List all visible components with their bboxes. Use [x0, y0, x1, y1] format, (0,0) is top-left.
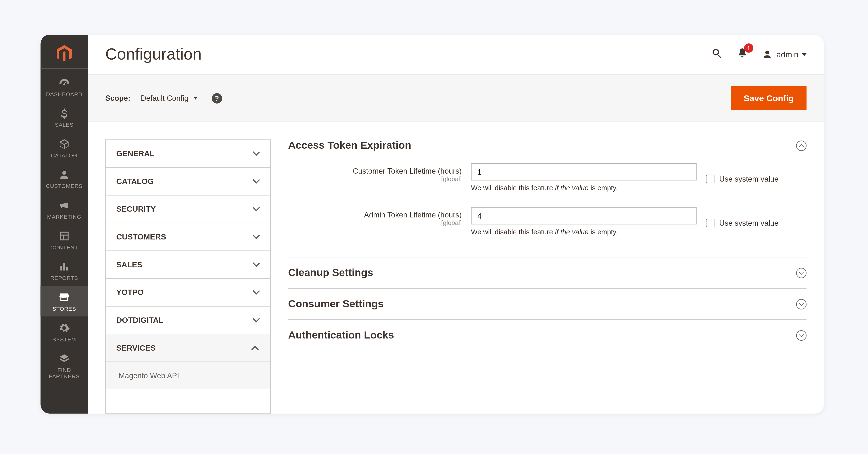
config-tabs: GENERAL CATALOG SECURITY CUSTOMERS — [105, 139, 271, 414]
scope-label: Scope: — [105, 94, 130, 102]
sidebar-label: CATALOG — [51, 152, 78, 158]
chevron-up-icon — [253, 345, 260, 352]
config-tab-label: DOTDIGITAL — [116, 316, 163, 324]
config-tab-label: CUSTOMERS — [116, 232, 166, 241]
section-title: Consumer Settings — [288, 298, 383, 310]
config-tab-label: SALES — [116, 260, 143, 269]
config-tab-yotpo[interactable]: YOTPO — [106, 279, 270, 306]
sidebar-item-stores[interactable]: STORES — [40, 286, 88, 317]
config-tab-security[interactable]: SECURITY — [106, 195, 270, 223]
megaphone-icon — [58, 199, 70, 211]
checkbox-label: Use system value — [719, 219, 779, 227]
user-name: admin — [776, 50, 799, 59]
config-tab-label: GENERAL — [116, 149, 155, 158]
chevron-down-icon — [253, 205, 260, 213]
user-icon — [762, 49, 773, 60]
field-label-text: Admin Token Lifetime (hours) — [364, 210, 462, 219]
config-subitem-magento-web-api[interactable]: Magento Web API — [106, 362, 270, 389]
sidebar-item-marketing[interactable]: MARKETING — [40, 194, 88, 224]
section-cleanup-settings[interactable]: Cleanup Settings — [288, 257, 807, 288]
search-icon — [710, 47, 723, 60]
config-tab-customers[interactable]: CUSTOMERS — [106, 223, 270, 251]
config-tab-label: YOTPO — [116, 288, 144, 297]
config-tab-catalog[interactable]: CATALOG — [106, 168, 270, 196]
config-tab-general[interactable]: GENERAL — [106, 140, 270, 168]
user-menu[interactable]: admin — [762, 49, 807, 60]
sidebar-item-system[interactable]: SYSTEM — [40, 317, 88, 347]
section-authentication-locks[interactable]: Authentication Locks — [288, 319, 807, 351]
section-access-token-expiration[interactable]: Access Token Expiration — [288, 139, 807, 163]
use-system-value-input[interactable] — [706, 174, 715, 183]
sidebar-label: SALES — [55, 122, 73, 128]
partners-icon — [58, 353, 70, 364]
field-label: Customer Token Lifetime (hours) [global] — [288, 163, 462, 192]
admin-token-lifetime-input[interactable] — [471, 207, 697, 224]
customer-token-lifetime-input[interactable] — [471, 163, 697, 181]
sidebar-item-reports[interactable]: REPORTS — [40, 255, 88, 286]
use-system-value-checkbox[interactable]: Use system value — [706, 163, 807, 192]
store-icon — [58, 292, 70, 303]
use-system-value-checkbox[interactable]: Use system value — [706, 207, 807, 236]
gauge-icon — [58, 77, 70, 89]
save-config-button[interactable]: Save Config — [731, 86, 806, 110]
chevron-down-icon — [193, 97, 197, 99]
sidebar-item-sales[interactable]: SALES — [40, 102, 88, 132]
scope-value: Default Config — [141, 94, 188, 102]
scope-help-button[interactable]: ? — [212, 93, 222, 103]
chevron-down-icon — [253, 317, 260, 324]
field-input-wrap: We will disable this feature if the valu… — [471, 207, 697, 236]
chevron-down-icon — [796, 267, 806, 278]
field-note: We will disable this feature if the valu… — [471, 184, 697, 192]
config-tab-label: CATALOG — [116, 177, 154, 186]
notifications-button[interactable]: 1 — [736, 47, 749, 62]
field-label: Admin Token Lifetime (hours) [global] — [288, 207, 462, 236]
magento-logo[interactable] — [40, 35, 88, 69]
chevron-down-icon — [802, 53, 806, 56]
page-title: Configuration — [105, 45, 711, 63]
main-area: Configuration 1 admin — [88, 35, 824, 414]
sidebar-item-content[interactable]: CONTENT — [40, 224, 88, 255]
sidebar-item-dashboard[interactable]: DASHBOARD — [40, 71, 88, 102]
sidebar-label: SYSTEM — [52, 336, 76, 343]
chevron-down-icon — [253, 150, 260, 157]
section-title: Cleanup Settings — [288, 267, 373, 279]
use-system-value-input[interactable] — [706, 219, 715, 227]
section-title: Access Token Expiration — [288, 139, 411, 152]
bars-icon — [58, 261, 70, 272]
chevron-down-icon — [796, 330, 806, 340]
config-tab-label: SECURITY — [116, 205, 156, 214]
config-tab-dotdigital[interactable]: DOTDIGITAL — [106, 306, 270, 334]
chevron-down-icon — [796, 299, 806, 309]
chevron-down-icon — [253, 289, 260, 296]
content-area: GENERAL CATALOG SECURITY CUSTOMERS — [88, 122, 824, 414]
box-icon — [58, 138, 70, 150]
app-frame: DASHBOARD SALES CATALOG CUSTOMERS MARKET… — [40, 35, 824, 414]
field-note: We will disable this feature if the valu… — [471, 228, 697, 236]
sidebar-label: STORES — [53, 305, 76, 312]
sidebar-item-customers[interactable]: CUSTOMERS — [40, 163, 88, 194]
scope-bar: Scope: Default Config ? Save Config — [88, 74, 824, 122]
dollar-icon — [58, 107, 70, 119]
field-scope-hint: [global] — [288, 175, 462, 182]
search-button[interactable] — [710, 47, 723, 62]
field-label-text: Customer Token Lifetime (hours) — [352, 167, 462, 175]
admin-sidebar: DASHBOARD SALES CATALOG CUSTOMERS MARKET… — [40, 35, 88, 414]
chevron-down-icon — [253, 261, 260, 268]
sidebar-item-partners[interactable]: FIND PARTNERS — [40, 347, 88, 384]
chevron-up-icon — [796, 140, 806, 151]
config-tab-services[interactable]: SERVICES — [106, 334, 270, 362]
sidebar-item-catalog[interactable]: CATALOG — [40, 132, 88, 163]
topbar: Configuration 1 admin — [88, 35, 824, 74]
person-icon — [58, 169, 70, 181]
sidebar-label: DASHBOARD — [46, 91, 82, 97]
config-tab-sales[interactable]: SALES — [106, 251, 270, 279]
field-input-wrap: We will disable this feature if the valu… — [471, 163, 697, 192]
sidebar-label: CONTENT — [51, 244, 78, 250]
sidebar-label: MARKETING — [47, 214, 81, 220]
chevron-down-icon — [253, 233, 260, 240]
settings-panel: Access Token Expiration Customer Token L… — [288, 139, 807, 414]
section-consumer-settings[interactable]: Consumer Settings — [288, 288, 807, 319]
sidebar-label: REPORTS — [51, 275, 78, 281]
scope-select[interactable]: Default Config — [141, 94, 197, 102]
gear-icon — [58, 322, 70, 334]
